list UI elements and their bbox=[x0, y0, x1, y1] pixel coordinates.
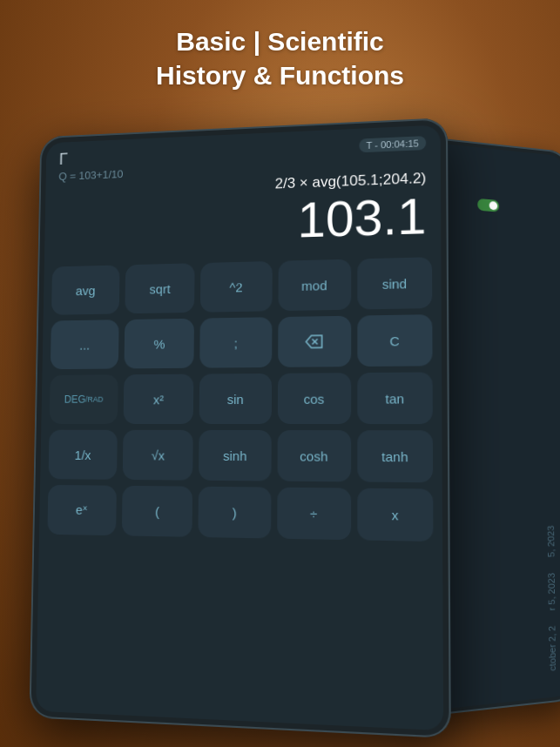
key-row-1: ...%;C bbox=[51, 314, 433, 369]
key-sin[interactable]: sin bbox=[199, 374, 272, 424]
key-avg[interactable]: avg bbox=[51, 265, 120, 314]
key-sqrt[interactable]: sqrt bbox=[125, 263, 195, 313]
key-row-0: avgsqrt^2modsind bbox=[51, 257, 432, 315]
key-cosh[interactable]: cosh bbox=[277, 430, 351, 481]
key-_[interactable]: ÷ bbox=[277, 488, 351, 541]
header-line2: History & Functions bbox=[156, 61, 404, 90]
tablet-main: Γ T - 00:04:15 Q = 103+1/10 2/3 × avg(10… bbox=[29, 118, 450, 738]
key-_[interactable]: % bbox=[125, 319, 195, 369]
key-_2[interactable]: ^2 bbox=[200, 261, 272, 313]
keypad: avgsqrt^2modsind...%;CDEG/RADx²sincostan… bbox=[39, 253, 442, 549]
key-row-4: eˣ()÷x bbox=[47, 485, 433, 542]
result-display: 103.1 bbox=[57, 191, 427, 252]
key-_[interactable]: ) bbox=[199, 487, 271, 539]
key-tanh[interactable]: tanh bbox=[357, 430, 433, 482]
key-1_x[interactable]: 1/x bbox=[49, 430, 118, 480]
key-DEG_RAD[interactable]: DEG/RAD bbox=[50, 374, 118, 424]
key-sind[interactable]: sind bbox=[357, 257, 432, 309]
corner-indicator: Γ bbox=[59, 151, 68, 167]
key-row-2: DEG/RADx²sincostan bbox=[50, 372, 433, 424]
key-row-3: 1/x√xsinhcoshtanh bbox=[49, 430, 434, 483]
key-e_[interactable]: eˣ bbox=[47, 485, 117, 535]
key-___[interactable]: ... bbox=[51, 320, 119, 369]
toggle-switch[interactable] bbox=[477, 199, 499, 212]
key-x[interactable]: x bbox=[357, 488, 433, 542]
date-list: 5, 2023 r 5, 2023 ctober 2, 2 bbox=[546, 525, 557, 671]
display-area: Q = 103+1/10 2/3 × avg(105.1;204.2) 103.… bbox=[44, 154, 442, 264]
key-mod[interactable]: mod bbox=[278, 259, 351, 312]
timer-badge: T - 00:04:15 bbox=[359, 136, 426, 152]
key-x_[interactable]: x² bbox=[124, 374, 194, 424]
calculator-screen: Γ T - 00:04:15 Q = 103+1/10 2/3 × avg(10… bbox=[36, 124, 443, 730]
key-C[interactable]: C bbox=[357, 314, 432, 367]
key-_[interactable]: ; bbox=[200, 317, 272, 367]
header-title: Basic | Scientific History & Functions bbox=[0, 24, 560, 92]
date-1: 5, 2023 bbox=[546, 525, 557, 557]
app-header: Basic | Scientific History & Functions bbox=[0, 24, 560, 92]
key-tan[interactable]: tan bbox=[357, 372, 433, 424]
key-cos[interactable]: cos bbox=[277, 373, 351, 424]
header-line1: Basic | Scientific bbox=[176, 27, 384, 56]
date-3: ctober 2, 2 bbox=[547, 625, 557, 671]
date-2: r 5, 2023 bbox=[546, 572, 557, 610]
key-_[interactable]: ( bbox=[122, 486, 192, 537]
key-_x[interactable]: √x bbox=[123, 430, 193, 481]
key-_[interactable] bbox=[278, 316, 351, 367]
key-sinh[interactable]: sinh bbox=[199, 430, 271, 481]
